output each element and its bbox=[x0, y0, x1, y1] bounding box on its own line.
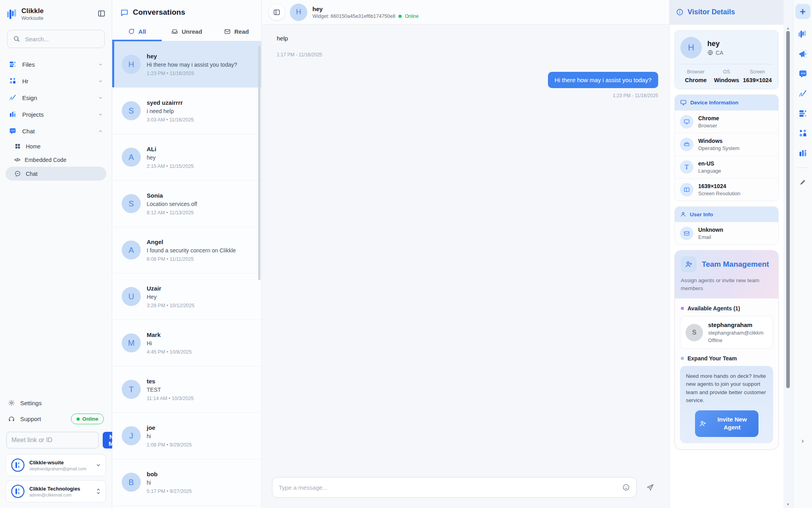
account-logo-icon bbox=[11, 458, 25, 472]
scroll-down-arrow[interactable]: ▼ bbox=[786, 502, 790, 506]
settings-label: Settings bbox=[20, 400, 104, 406]
sidebar-item-label: Chat bbox=[22, 128, 92, 135]
campaigns-megaphone-icon[interactable] bbox=[798, 49, 808, 59]
conversation-preview: hey bbox=[147, 154, 194, 161]
conversations-icon bbox=[120, 8, 128, 17]
hard-drive-icon bbox=[680, 138, 693, 151]
gear-icon bbox=[8, 399, 15, 406]
projects-app-icon[interactable] bbox=[798, 148, 808, 158]
sidebar-subitem-home[interactable]: Home bbox=[6, 139, 106, 153]
sidebar-subitem-chat[interactable]: Chat bbox=[6, 167, 106, 181]
search-icon bbox=[13, 35, 20, 42]
online-dot bbox=[398, 15, 402, 18]
sidebar-item-hr[interactable]: Hr bbox=[6, 73, 106, 89]
conversation-item[interactable]: H hey Hi there how may i assist you toda… bbox=[112, 41, 261, 88]
bullet-dot bbox=[681, 357, 684, 360]
tab-read[interactable]: Read bbox=[212, 23, 261, 41]
message-bubble: Hi there how may i assist you today? bbox=[548, 72, 658, 88]
info-icon bbox=[676, 8, 684, 16]
avatar: B bbox=[122, 473, 141, 492]
avatar: A bbox=[122, 241, 141, 260]
files-icon bbox=[9, 60, 17, 68]
bullet-dot bbox=[681, 307, 684, 310]
conversation-item[interactable]: S syed uzairrrr i need help 3:03 AM • 11… bbox=[112, 88, 261, 134]
toggle-conversations-button[interactable] bbox=[269, 4, 285, 20]
visitor-name: hey bbox=[707, 40, 723, 48]
conversation-item[interactable]: B bob hi 5:17 PM • 9/27/2025 bbox=[112, 459, 261, 506]
team-subtitle: Assign agents or invite new team members bbox=[681, 277, 772, 292]
esign-app-icon[interactable] bbox=[798, 89, 808, 98]
sidebar-subitem-label: Chat bbox=[26, 171, 38, 177]
person-plus-icon bbox=[681, 256, 697, 272]
sidebar-item-esign[interactable]: Esign bbox=[6, 89, 106, 106]
conversation-item[interactable]: S Sonia Location services off 8:12 AM • … bbox=[112, 181, 261, 227]
hr-app-icon[interactable] bbox=[798, 129, 808, 138]
settings-button[interactable]: Settings bbox=[6, 396, 106, 410]
brand-suite: Worksuite bbox=[21, 15, 44, 21]
avatar: S bbox=[122, 101, 141, 120]
search-input[interactable] bbox=[25, 36, 99, 42]
account-card-workspace[interactable]: Clikkle-wsuite stephandgraham@gmail.com bbox=[6, 454, 106, 476]
edit-pencil-icon[interactable] bbox=[799, 178, 807, 186]
scroll-up-arrow[interactable]: ▲ bbox=[786, 26, 790, 30]
person-plus-icon bbox=[699, 420, 707, 427]
conversation-item[interactable]: T tes TEST 11:14 AM • 10/3/2025 bbox=[112, 366, 261, 413]
analytics-app-icon[interactable] bbox=[798, 29, 808, 39]
search-box[interactable] bbox=[7, 30, 105, 48]
projects-icon bbox=[9, 110, 17, 118]
invite-new-agent-button[interactable]: Invite New Agent bbox=[695, 410, 758, 437]
scrollbar-thumb[interactable] bbox=[786, 31, 790, 388]
conversation-time: 4:45 PM • 10/8/2025 bbox=[147, 349, 192, 355]
conversation-item[interactable]: M Mark Hi 4:45 PM • 10/8/2025 bbox=[112, 320, 261, 366]
meet-link-input[interactable] bbox=[6, 432, 99, 448]
sidebar-subitem-label: Home bbox=[26, 143, 40, 150]
collapse-panel-chevron[interactable]: › bbox=[802, 437, 804, 444]
account-logo-icon bbox=[11, 484, 25, 498]
agent-card[interactable]: S stephangraham stephangraham@clikkm Off… bbox=[680, 316, 773, 349]
support-button[interactable]: Support Online bbox=[6, 410, 106, 428]
chevron-down-icon[interactable] bbox=[96, 462, 101, 468]
avatar: H bbox=[122, 55, 141, 74]
add-app-button[interactable]: + bbox=[795, 4, 810, 19]
hr-icon bbox=[9, 77, 17, 85]
conversation-name: ALi bbox=[147, 146, 194, 152]
sidebar-item-chat[interactable]: Chat bbox=[6, 123, 106, 139]
conversation-name: tes bbox=[147, 378, 194, 385]
message-input[interactable] bbox=[279, 484, 618, 491]
monitor-icon bbox=[680, 99, 687, 106]
sidebar-item-files[interactable]: Files bbox=[6, 56, 106, 73]
chevron-sort-icon[interactable] bbox=[96, 488, 101, 495]
chevron-down-icon bbox=[98, 62, 103, 67]
support-status-badge: Online bbox=[71, 414, 104, 424]
visitor-summary-card: H hey CA Browser bbox=[674, 30, 779, 89]
sidebar-item-label: Hr bbox=[22, 78, 92, 85]
conversation-item[interactable]: A ALi hey 2:15 AM • 11/15/2025 bbox=[112, 134, 261, 181]
online-dot bbox=[77, 418, 80, 421]
sidebar-subitem-embedded-code[interactable]: </> Embedded Code bbox=[6, 153, 106, 167]
account-card-organization[interactable]: Clikkle Technologies admin@clikkmail.com bbox=[6, 480, 106, 502]
send-button[interactable] bbox=[642, 479, 659, 496]
summary-value: Chrome bbox=[680, 77, 711, 83]
chat-app-icon[interactable] bbox=[798, 69, 808, 79]
avatar: S bbox=[686, 324, 703, 341]
emoji-icon[interactable] bbox=[622, 483, 630, 491]
conversation-item[interactable]: A Angel I found a security concern on Cl… bbox=[112, 227, 261, 273]
message-time: 1:17 PM - 11/16/2025 bbox=[277, 52, 658, 58]
tab-all[interactable]: All bbox=[112, 23, 162, 41]
conversation-item[interactable]: J joe hi 1:08 PM • 9/29/2025 bbox=[112, 413, 261, 459]
files-app-icon[interactable] bbox=[798, 109, 808, 118]
envelope-icon bbox=[224, 28, 231, 35]
page-scrollbar[interactable]: ▲ ▼ bbox=[783, 0, 793, 508]
available-agents-label: Available Agents (1) bbox=[688, 305, 740, 312]
conversation-time: 11:14 AM • 10/3/2025 bbox=[147, 396, 194, 401]
conversation-preview: hi bbox=[147, 479, 192, 486]
visitor-details-title: Visitor Details bbox=[688, 8, 735, 16]
sidebar-collapse-icon[interactable] bbox=[98, 10, 105, 17]
conversations-panel: Conversations All Unread bbox=[112, 0, 262, 508]
sidebar-item-projects[interactable]: Projects bbox=[6, 106, 106, 123]
tab-unread[interactable]: Unread bbox=[162, 23, 211, 41]
conversation-item[interactable]: U Uzair Hey 3:28 PM • 10/12/2025 bbox=[112, 273, 261, 320]
conversation-name: syed uzairrrr bbox=[147, 99, 194, 106]
conversation-list-scrollbar[interactable] bbox=[258, 46, 260, 280]
conversation-preview: Location services off bbox=[147, 201, 197, 207]
